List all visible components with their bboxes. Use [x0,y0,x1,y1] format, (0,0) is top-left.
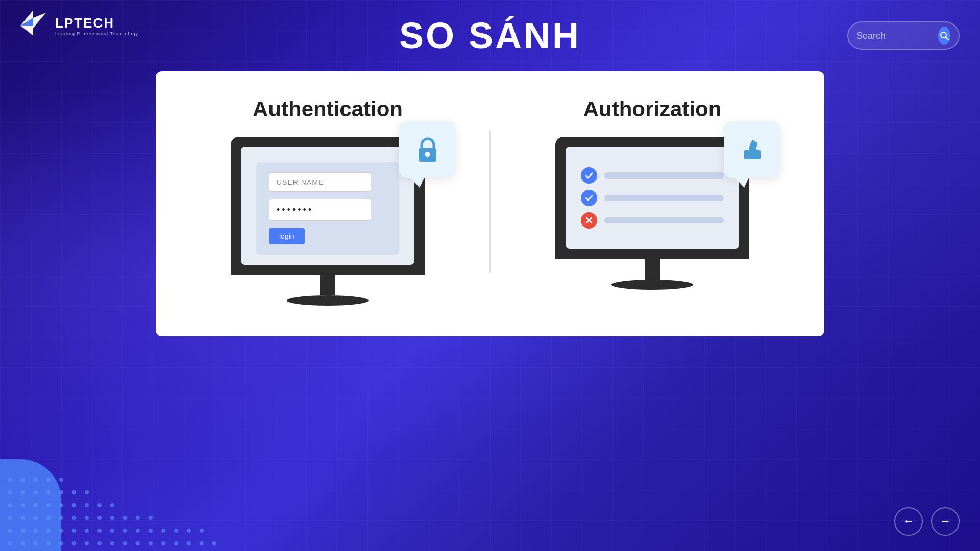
authz-monitor-screen [555,137,749,259]
svg-point-18 [46,490,51,494]
svg-point-47 [59,529,63,533]
svg-point-37 [85,516,89,520]
svg-point-57 [187,529,191,533]
authorization-title: Authorization [583,97,722,121]
svg-point-71 [161,541,165,545]
login-button[interactable]: login [269,228,305,244]
logo-text: LPTECH Leading Professional Technology [55,15,138,36]
navigation-arrows: ← → [894,507,960,536]
cross-icon [581,212,597,229]
svg-point-27 [72,503,76,507]
svg-point-12 [34,478,38,482]
svg-point-61 [34,541,38,545]
check-icon-1 [581,167,597,184]
svg-point-53 [136,529,140,533]
authz-speech-bubble [724,121,780,178]
permission-item-3 [581,212,724,229]
x-icon [585,216,593,224]
dots-decoration: .dot { fill: rgba(100,149,255,0.6); } [0,449,230,551]
svg-point-45 [34,529,38,533]
thumbs-up-icon [738,136,766,164]
svg-point-26 [59,503,63,507]
search-icon [940,31,949,40]
svg-point-59 [8,541,12,545]
svg-point-30 [110,503,114,507]
svg-point-44 [21,529,25,533]
auth-monitor: USER NAME ••••••• login [231,137,425,306]
authorization-side: Authorization [521,97,783,290]
svg-point-64 [72,541,76,545]
auth-monitor-stand [231,275,425,306]
svg-point-52 [123,529,127,533]
next-button[interactable]: → [931,507,960,536]
svg-point-41 [136,516,140,520]
logo-brand: LPTECH [55,15,138,31]
svg-point-56 [174,529,178,533]
svg-point-48 [72,529,76,533]
permission-item-2 [581,190,724,206]
page-title: SO SÁNH [399,15,581,57]
permissions-list [581,162,724,234]
permission-bar-3 [604,217,724,223]
auth-speech-bubble [399,121,455,178]
lock-icon [413,136,442,164]
svg-point-33 [34,516,38,520]
stand-base-2 [611,280,693,290]
svg-point-63 [59,541,63,545]
svg-point-68 [123,541,127,545]
svg-point-32 [21,516,25,520]
svg-point-43 [8,529,12,533]
svg-point-24 [34,503,38,507]
svg-point-55 [161,529,165,533]
svg-point-75 [212,541,216,545]
svg-point-42 [149,516,153,520]
svg-point-25 [46,503,51,507]
svg-point-58 [200,529,204,533]
svg-point-31 [8,516,12,520]
svg-point-21 [85,490,89,494]
bottom-section: .dot { fill: rgba(100,149,255,0.6); } [0,444,980,551]
auth-screen-content: USER NAME ••••••• login [241,147,414,265]
header: LPTECH Leading Professional Technology S… [0,0,980,71]
permission-item-1 [581,167,724,184]
search-input[interactable] [856,31,933,41]
svg-point-17 [34,490,38,494]
svg-point-36 [72,516,76,520]
svg-point-69 [136,541,140,545]
checkmark-icon-2 [585,194,593,202]
login-form: USER NAME ••••••• login [256,162,399,255]
stand-neck-2 [645,259,660,280]
svg-point-62 [46,541,51,545]
svg-point-65 [85,541,89,545]
svg-point-66 [97,541,102,545]
svg-point-16 [21,490,25,494]
auth-monitor-screen: USER NAME ••••••• login [231,137,425,275]
search-container [847,21,960,50]
prev-button[interactable]: ← [894,507,923,536]
svg-point-13 [46,478,51,482]
logo: LPTECH Leading Professional Technology [15,8,138,43]
svg-line-3 [946,37,948,40]
svg-point-22 [8,503,12,507]
check-icon-2 [581,190,597,206]
svg-point-10 [8,478,12,482]
svg-point-51 [110,529,114,533]
svg-point-39 [110,516,114,520]
svg-point-11 [21,478,25,482]
svg-point-72 [174,541,178,545]
authz-monitor-stand [555,259,749,290]
svg-point-29 [97,503,102,507]
svg-point-54 [149,529,153,533]
svg-rect-6 [426,154,428,157]
search-button[interactable] [938,27,950,45]
authentication-title: Authentication [253,97,403,121]
main-content: Authentication USER NAME ••••••• login [0,71,980,336]
svg-point-38 [97,516,102,520]
svg-point-34 [46,516,51,520]
permission-bar-1 [604,172,724,179]
stand-base [287,295,369,306]
svg-point-70 [149,541,153,545]
comparison-card: Authentication USER NAME ••••••• login [156,71,824,336]
svg-point-49 [85,529,89,533]
svg-point-67 [110,541,114,545]
